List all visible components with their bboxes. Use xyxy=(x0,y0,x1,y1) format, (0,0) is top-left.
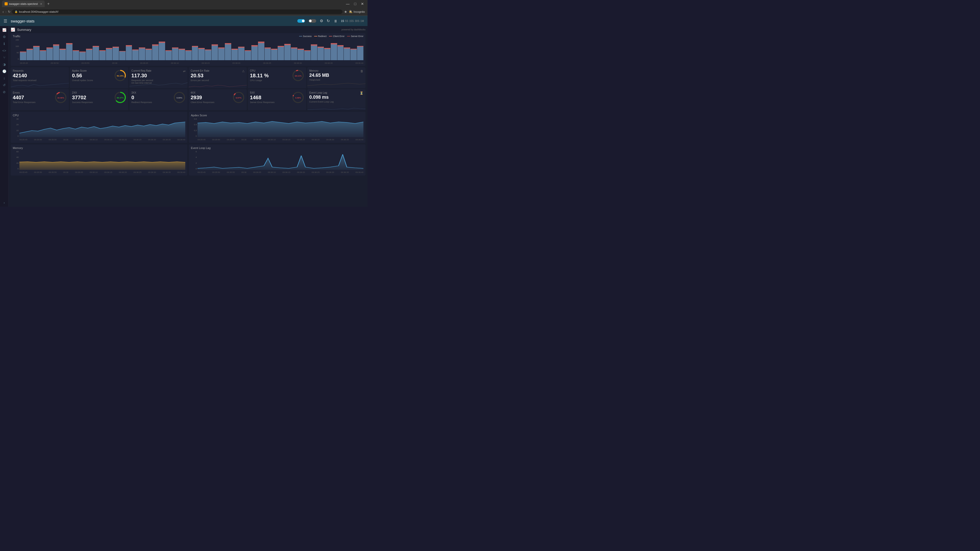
incognito-badge: 🕵 Incognito xyxy=(349,10,365,13)
main-layout: 📈 ⚙ ℹ <> ⑂ ◑ 🕐 ↕ ↺ ⊘ › 📈 Summary powered… xyxy=(0,26,368,206)
summary-title: Summary xyxy=(17,28,32,32)
forward-button[interactable]: › xyxy=(5,10,6,14)
stat-card-cpu: CPU 18.11 % CPU Usage 18.11% xyxy=(248,67,306,88)
apdex-gauge: 56.15% xyxy=(114,69,127,83)
stat-card-err-rate: Current Err Rate 20.53 Errors per second… xyxy=(189,67,247,88)
toggle-blue[interactable] xyxy=(298,19,305,23)
sidebar-icon-branch[interactable]: ⑂ xyxy=(3,56,5,59)
refresh-icon[interactable]: ↻ xyxy=(327,19,330,23)
3xx-gauge: 0.00% xyxy=(173,91,186,105)
apdex-chart-card: Apdex Score 0.6 0.4 0.2 0 xyxy=(189,112,366,143)
address-bar-row: ‹ › ↻ 🔒 localhost:3040/swagger-stats/#/ … xyxy=(0,8,368,16)
svg-text:3.48%: 3.48% xyxy=(295,97,301,99)
interval-1m[interactable]: 1M xyxy=(360,20,364,22)
stat-value: 42140 xyxy=(13,73,67,79)
stat-label: Event Loop Lag xyxy=(309,91,334,94)
maximize-button[interactable]: □ xyxy=(353,1,358,6)
delete-icon: 🗑 xyxy=(360,69,363,73)
svg-text:56.15%: 56.15% xyxy=(117,75,124,77)
warning-icon: ⚠ xyxy=(242,69,245,73)
summary-header: 📈 Summary powered by dashblocks xyxy=(11,27,366,32)
memory-chart-card: Memory 60 40 20 0 xyxy=(11,144,187,176)
new-tab-button[interactable]: + xyxy=(46,2,51,6)
content-area: 📈 Summary powered by dashblocks Traffic … xyxy=(9,26,368,206)
sidebar-expand[interactable]: › xyxy=(3,201,5,205)
hamburger-icon[interactable]: ☰ xyxy=(3,19,7,24)
sidebar-icon-sliders[interactable]: ⚙ xyxy=(3,35,6,39)
errors-gauge: 10.46% xyxy=(54,91,67,105)
address-bar[interactable]: 🔒 localhost:3040/swagger-stats/#/ xyxy=(12,10,342,14)
2xx-gauge: 89.47% xyxy=(114,91,127,105)
stats-grid-row1: Requests 42140 Total requests received A… xyxy=(11,67,366,88)
svg-text:6.97%: 6.97% xyxy=(236,97,242,99)
tab-close-icon[interactable]: ✕ xyxy=(40,3,42,5)
stat-value: 20.53 xyxy=(191,73,209,79)
exchange-icon: ⇌ xyxy=(183,69,186,73)
svg-text:89.47%: 89.47% xyxy=(117,97,124,99)
tab-title: swagger-stats-spectest xyxy=(9,2,38,5)
url-text: localhost:3040/swagger-stats/#/ xyxy=(19,10,59,13)
stat-label: Memory xyxy=(309,69,329,72)
stat-label: Current Req Rate xyxy=(131,69,153,72)
stats-grid-row2: Errors 4407 Total Error Responses 10.46%… xyxy=(11,89,366,110)
interval-15s[interactable]: 15S xyxy=(349,20,354,22)
hourglass-icon: ⏳ xyxy=(360,91,363,95)
app-title: swagger-stats xyxy=(11,19,35,23)
apdex-chart-title: Apdex Score xyxy=(191,114,363,117)
toggle-dark[interactable] xyxy=(309,19,316,23)
sidebar-icon-info[interactable]: ℹ xyxy=(3,42,5,46)
bottom-charts: CPU 30 20 10 0 xyxy=(11,112,366,176)
interval-1s[interactable]: 1S xyxy=(341,20,344,22)
close-button[interactable]: ✕ xyxy=(360,1,366,6)
stat-card-apdex: Apdex Score 0.56 Overall Apdex Score 56.… xyxy=(70,67,128,88)
back-button[interactable]: ‹ xyxy=(3,10,4,14)
sidebar-icon-clock[interactable]: 🕐 xyxy=(2,69,6,73)
sidebar-icon-history[interactable]: ↺ xyxy=(3,83,6,87)
cpu-chart-title: CPU xyxy=(13,114,185,117)
reload-button[interactable]: ↻ xyxy=(8,10,11,14)
sidebar-icon-sort[interactable]: ↕ xyxy=(3,76,5,80)
stat-card-4xx: 4XX 2939 Client Error Responses 6.97% xyxy=(189,89,247,110)
stat-card-3xx: 3XX 0 Redirect Responses 0.00% xyxy=(129,89,188,110)
time-interval-buttons: 1S 5S 15S 30S 1M xyxy=(341,20,364,22)
pause-icon[interactable]: ⏸ xyxy=(334,19,337,23)
event-loop-chart-card: Event Loop Lag 6 4 2 0 xyxy=(189,144,366,176)
minimize-button[interactable]: — xyxy=(345,1,351,6)
interval-30s[interactable]: 30S xyxy=(355,20,360,22)
star-icon[interactable]: ★ xyxy=(344,10,347,14)
browser-chrome: swagger-stats-spectest ✕ + — □ ✕ xyxy=(0,0,368,8)
4xx-gauge: 6.97% xyxy=(232,91,245,105)
settings-icon[interactable]: ⚙ xyxy=(320,19,323,23)
interval-5s[interactable]: 5S xyxy=(345,20,348,22)
sidebar-icon-trend[interactable]: 📈 xyxy=(2,28,6,32)
cpu-chart-card: CPU 30 20 10 0 xyxy=(11,112,187,143)
stat-card-req-rate: Current Req Rate 117.30 Requests per sec… xyxy=(129,67,188,88)
trend-icon: 📈 xyxy=(11,27,15,32)
sidebar-icon-ban[interactable]: ⊘ xyxy=(3,90,6,94)
stat-label: Current Err Rate xyxy=(191,69,209,72)
powered-by: powered by dashblocks xyxy=(342,28,366,31)
traffic-title: Traffic xyxy=(13,35,21,38)
cpu-gauge: 18.11% xyxy=(291,69,305,83)
stat-label: Requests xyxy=(13,69,67,72)
stat-value: 0.098 ms xyxy=(309,95,334,100)
browser-tab[interactable]: swagger-stats-spectest ✕ xyxy=(2,0,45,7)
traffic-chart xyxy=(20,39,363,64)
sidebar-icon-code[interactable]: <> xyxy=(2,49,6,52)
tab-favicon xyxy=(5,2,8,5)
stat-value: 24.65 MB xyxy=(309,73,329,78)
chart-legend: Success Redirect Client Error Server Err… xyxy=(299,35,363,38)
app-header: ☰ swagger-stats ⚙ ↻ ⏸ 1S 5S 15S 30S 1M xyxy=(0,16,368,26)
svg-text:0.00%: 0.00% xyxy=(177,97,183,99)
event-loop-chart-title: Event Loop Lag xyxy=(191,146,363,149)
stat-card-event-loop: Event Loop Lag 0.098 ms Current Event Lo… xyxy=(307,89,366,110)
svg-text:18.11%: 18.11% xyxy=(294,75,301,77)
5xx-gauge: 3.48% xyxy=(291,91,305,105)
stat-card-errors: Errors 4407 Total Error Responses 10.46% xyxy=(11,89,69,110)
sidebar-icon-pie[interactable]: ◑ xyxy=(3,62,6,66)
svg-text:10.46%: 10.46% xyxy=(57,97,64,99)
traffic-section: Traffic Success Redirect Client Error Se… xyxy=(11,33,366,66)
lock-icon: 🔒 xyxy=(14,10,18,13)
stat-card-memory: Memory 24.65 MB HeapUsed 🗑 xyxy=(307,67,366,88)
stat-card-5xx: 5XX 1468 Server Error Responses 3.48% xyxy=(248,89,306,110)
